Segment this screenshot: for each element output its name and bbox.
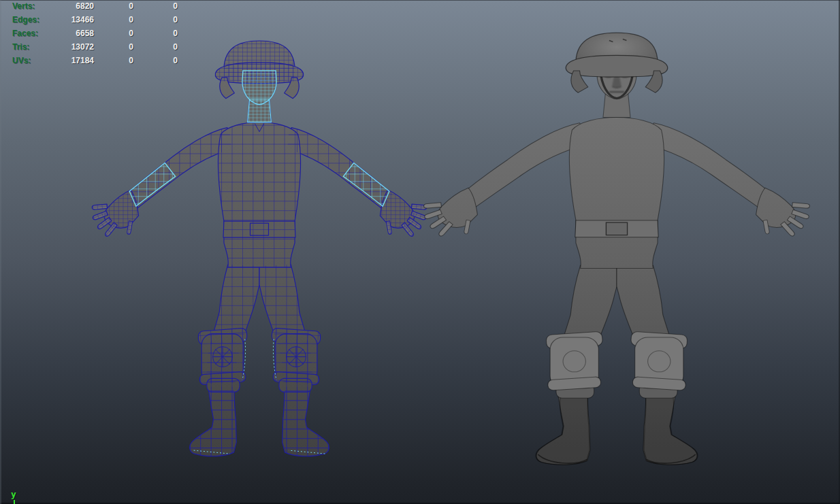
axis-y-arrow [14, 500, 15, 504]
hud-edges-col3: 0 [133, 15, 178, 24]
shaded-head[interactable] [566, 33, 667, 117]
axis-y-label: y [11, 489, 16, 499]
soldier-shaded-model[interactable] [427, 31, 806, 490]
hud-poly-count: Verts: 6820 0 0 Edges: 13466 0 0 Faces: … [12, 1, 178, 69]
hud-faces-col2: 0 [94, 29, 133, 38]
hud-label-edges: Edges: [12, 15, 53, 24]
shaded-belt[interactable] [575, 220, 658, 237]
hud-label-verts: Verts: [12, 1, 53, 11]
soldier-wireframe-model[interactable] [95, 39, 423, 480]
selected-face-mesh[interactable] [242, 71, 276, 122]
shaded-boots[interactable] [536, 384, 698, 465]
hud-faces-col1: 6658 [53, 29, 94, 38]
hud-tris-col2: 0 [94, 42, 133, 52]
axis-gizmo: y [11, 488, 16, 500]
shaded-kneepads[interactable] [546, 331, 688, 390]
hud-uvs-col1: 17184 [53, 56, 94, 65]
hud-faces-col3: 0 [133, 29, 178, 38]
hud-verts-col1: 6820 [53, 1, 94, 11]
hud-tris-col1: 13072 [53, 42, 94, 52]
hud-uvs-col2: 0 [94, 56, 133, 65]
hud-edges-col2: 0 [94, 15, 133, 24]
hud-tris-col3: 0 [133, 42, 178, 52]
hud-edges-col1: 13466 [53, 15, 94, 24]
hud-label-uvs: UVs: [12, 56, 53, 65]
hud-uvs-col3: 0 [133, 56, 178, 65]
shaded-base-mesh[interactable] [423, 118, 810, 465]
hud-label-faces: Faces: [12, 29, 53, 38]
viewport-3d[interactable]: Verts: 6820 0 0 Edges: 13466 0 0 Faces: … [0, 0, 840, 504]
hud-verts-col3: 0 [133, 1, 178, 11]
hud-label-tris: Tris: [12, 42, 53, 52]
hud-verts-col2: 0 [94, 1, 133, 11]
